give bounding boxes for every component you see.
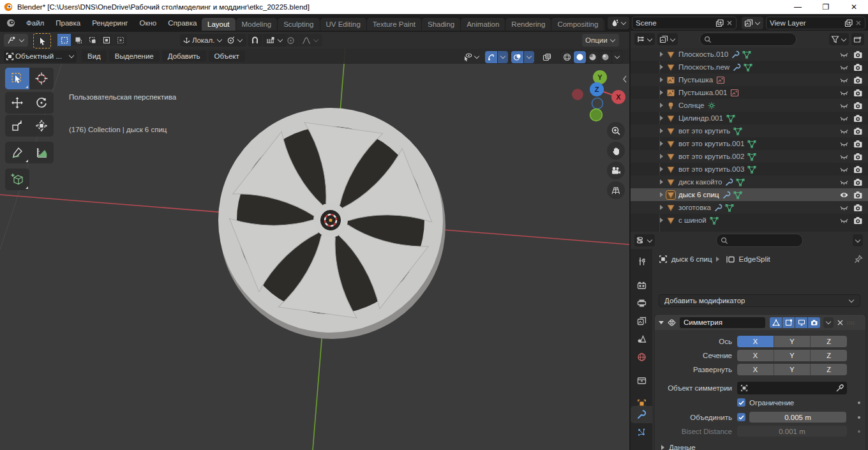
select-mode-intersect[interactable] [114, 34, 127, 46]
menu-select[interactable]: Выделение [109, 50, 160, 62]
active-tool-button[interactable] [33, 33, 51, 49]
bisect-x-button[interactable]: X [737, 350, 774, 361]
axis-y-button[interactable]: Y [774, 336, 811, 347]
object-icon[interactable] [666, 76, 675, 84]
outliner-filter-button[interactable] [829, 33, 849, 45]
workspace-tab-shading[interactable]: Shading [422, 18, 460, 31]
workspace-tab-modeling[interactable]: Modeling [236, 18, 278, 31]
outliner-row[interactable]: Пустышка [631, 73, 868, 86]
object-name-label[interactable]: Пустышка.001 [678, 89, 727, 96]
workspace-tab-sculpting[interactable]: Sculpting [278, 18, 319, 31]
object-icon[interactable] [666, 165, 675, 174]
scene-name-field[interactable]: Scene [632, 17, 737, 29]
axis-z-button[interactable]: Z [811, 336, 847, 347]
pivot-point-dropdown[interactable] [223, 34, 246, 47]
gizmo-x-ball[interactable]: X [611, 90, 625, 104]
workspace-tab-animation[interactable]: Animation [461, 18, 505, 31]
object-icon[interactable] [666, 50, 675, 59]
restore-button[interactable]: ❐ [812, 0, 840, 14]
modifier-extras-dropdown[interactable] [823, 317, 834, 328]
object-name-label[interactable]: диск какойто [678, 178, 722, 186]
hide-viewport-toggle[interactable] [839, 179, 849, 186]
tool-move[interactable] [5, 92, 29, 114]
object-icon[interactable] [666, 178, 675, 186]
tab-particles[interactable] [631, 424, 652, 440]
object-name-label[interactable]: вот это крутить [678, 127, 730, 135]
outliner-row[interactable]: вот это крутить.001 [631, 137, 868, 150]
object-name-label[interactable]: вот это крутить.002 [678, 153, 744, 160]
menu-add[interactable]: Добавить [162, 50, 206, 62]
clipping-checkbox[interactable] [737, 398, 745, 407]
mirror-object-field[interactable] [737, 382, 847, 394]
object-icon[interactable] [666, 191, 675, 199]
overlays-toggle[interactable] [511, 51, 523, 63]
eyedropper-icon[interactable] [835, 384, 844, 393]
select-mode-invert[interactable] [100, 34, 113, 46]
disable-render-icon[interactable] [853, 153, 863, 161]
disable-render-icon[interactable] [853, 89, 863, 97]
workspace-tab-uv-editing[interactable]: UV Editing [320, 18, 366, 31]
object-name-label[interactable]: вот это крутить.001 [678, 140, 744, 147]
zoom-view-button[interactable] [607, 122, 625, 140]
disable-render-icon[interactable] [853, 178, 863, 186]
outliner-row[interactable]: вот это крутить.003 [631, 163, 868, 176]
disable-render-icon[interactable] [853, 101, 863, 110]
hide-viewport-toggle[interactable] [839, 115, 849, 122]
disable-render-icon[interactable] [853, 50, 863, 59]
outliner-row[interactable]: вот это крутить [631, 124, 868, 137]
hide-viewport-toggle[interactable] [839, 217, 849, 224]
hide-viewport-toggle[interactable] [839, 140, 849, 147]
outliner-row[interactable]: вот это крутить.002 [631, 150, 868, 163]
object-name-label[interactable]: Плоскость.010 [678, 50, 728, 58]
expand-arrow-icon[interactable] [660, 64, 663, 70]
tool-transform[interactable] [29, 115, 54, 137]
bisect-z-button[interactable]: Z [811, 350, 847, 361]
collapse-panel-icon[interactable] [659, 321, 664, 324]
outliner-row[interactable]: Солнце [631, 99, 868, 112]
sidebar-collapse-icon[interactable] [622, 74, 628, 84]
hide-viewport-toggle[interactable] [839, 64, 849, 71]
object-name-label[interactable]: зоготовка [678, 204, 711, 211]
tab-render[interactable] [631, 277, 652, 294]
bisect-animate-dot[interactable] [858, 430, 860, 433]
3d-viewport[interactable]: Объектный ... Вид Выделение Добавить Объ… [0, 49, 629, 450]
wheel-model[interactable] [218, 108, 445, 339]
object-name-label[interactable]: Плоскость.new [678, 63, 730, 71]
expand-arrow-icon[interactable] [660, 141, 663, 146]
snap-toggle-button[interactable] [248, 34, 262, 47]
breadcrumb-object-name[interactable]: дыск 6 спиц [671, 255, 712, 263]
bisect-distance-field[interactable]: 0.001 m [737, 426, 847, 437]
object-icon[interactable] [666, 114, 675, 123]
tool-rotate[interactable] [29, 92, 54, 114]
new-view-layer-icon[interactable] [844, 19, 853, 27]
overlays-dropdown[interactable] [524, 51, 534, 63]
gizmos-toggle[interactable] [485, 51, 497, 63]
tab-collection[interactable] [631, 372, 652, 389]
outliner-row[interactable]: Пустышка.001 [631, 86, 868, 99]
gizmo-neg-y-ball[interactable] [590, 109, 602, 121]
merge-checkbox[interactable] [737, 413, 745, 421]
tab-modifiers-active[interactable] [631, 406, 652, 423]
outliner-search-input[interactable] [700, 33, 797, 46]
object-icon[interactable] [666, 63, 675, 71]
navigation-gizmo[interactable]: Y Z X [571, 68, 629, 122]
proportional-falloff-dropdown[interactable] [299, 34, 322, 47]
expand-arrow-icon[interactable] [660, 90, 663, 95]
expand-arrow-icon[interactable] [660, 52, 663, 57]
tab-view-layer[interactable] [631, 313, 652, 329]
expand-arrow-icon[interactable] [660, 167, 663, 172]
outliner-row[interactable]: диск какойто [631, 176, 868, 188]
menu-object[interactable]: Объект [209, 50, 245, 62]
workspace-tab-rendering[interactable]: Rendering [505, 18, 551, 31]
disable-render-icon[interactable] [853, 127, 863, 135]
select-mode-subtract[interactable] [86, 34, 99, 46]
remove-modifier-icon[interactable] [837, 319, 844, 326]
view-layer-name-field[interactable]: View Layer [766, 17, 865, 29]
hide-viewport-toggle[interactable] [839, 191, 849, 199]
select-mode-set[interactable] [57, 34, 71, 46]
minimize-button[interactable]: — [784, 0, 812, 14]
workspace-tab-scripting[interactable]: S [604, 18, 605, 31]
gizmo-neg-x-ball[interactable] [572, 89, 583, 100]
camera-view-button[interactable] [607, 161, 625, 179]
shading-rendered-button[interactable] [599, 51, 611, 63]
